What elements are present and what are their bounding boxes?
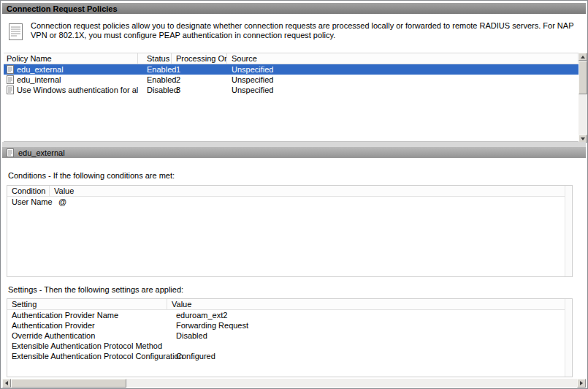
- policy-source: Unspecified: [227, 65, 579, 74]
- column-header-setting-value[interactable]: Value: [167, 299, 572, 309]
- vertical-scroll-thumb[interactable]: [579, 61, 587, 94]
- policy-source: Unspecified: [227, 75, 579, 84]
- info-section: Connection request policies allow you to…: [7, 20, 576, 42]
- scroll-right-button[interactable]: [577, 379, 586, 388]
- policy-row-edu-external[interactable]: edu_external Enabled 1 Unspecified: [4, 64, 579, 75]
- detail-header-bar: edu_external: [2, 147, 586, 158]
- connection-request-policies-pane: Connection Request Policies Connection r…: [0, 0, 588, 389]
- setting-name: Extensible Authentication Protocol Confi…: [7, 352, 172, 360]
- setting-row[interactable]: Extensible Authentication Protocol Confi…: [7, 351, 572, 361]
- setting-value: Disabled: [172, 331, 572, 340]
- column-header-policy-name[interactable]: Policy Name: [4, 53, 138, 64]
- vertical-scroll-track[interactable]: [579, 94, 587, 135]
- column-header-condition[interactable]: Condition: [7, 186, 50, 196]
- setting-row[interactable]: Authentication Provider Forwarding Reque…: [7, 320, 572, 331]
- policy-document-icon: [7, 75, 14, 84]
- policy-row-windows-auth[interactable]: Use Windows authentication for all users…: [4, 85, 579, 95]
- column-header-condition-value[interactable]: Value: [50, 186, 572, 196]
- scroll-up-button[interactable]: [579, 53, 587, 61]
- policy-processing-order: 3: [172, 86, 227, 94]
- setting-value: Configured: [172, 352, 572, 360]
- setting-name: Authentication Provider Name: [7, 311, 172, 320]
- conditions-header-row: Condition Value: [7, 186, 572, 197]
- right-arrow-icon: [580, 381, 583, 385]
- policy-name: edu_external: [17, 65, 138, 74]
- column-header-processing-order[interactable]: Processing Order: [172, 53, 227, 64]
- policy-document-icon: [7, 148, 14, 157]
- up-arrow-icon: [581, 56, 585, 58]
- document-icon: [8, 23, 24, 42]
- setting-name: Override Authentication: [7, 331, 172, 340]
- horizontal-scrollbar[interactable]: [2, 379, 586, 388]
- detail-policy-title: edu_external: [18, 148, 65, 157]
- policy-processing-order: 1: [172, 65, 227, 74]
- condition-name: User Name: [7, 197, 54, 206]
- setting-row[interactable]: Override Authentication Disabled: [7, 331, 572, 341]
- policy-document-icon: [7, 86, 14, 94]
- column-header-setting[interactable]: Setting: [7, 299, 167, 309]
- setting-row[interactable]: Extensible Authentication Protocol Metho…: [7, 341, 572, 351]
- policies-header-row: Policy Name Status Processing Order Sour…: [4, 53, 579, 64]
- policy-source: Unspecified: [227, 86, 579, 94]
- policies-vertical-scrollbar[interactable]: [579, 53, 587, 143]
- policy-processing-order: 2: [172, 75, 227, 84]
- policies-list: Policy Name Status Processing Order Sour…: [4, 53, 579, 142]
- condition-row[interactable]: User Name @: [7, 197, 572, 207]
- horizontal-scroll-thumb[interactable]: [11, 379, 126, 388]
- settings-scroll-gutter[interactable]: [565, 299, 572, 377]
- info-text: Connection request policies allow you to…: [31, 20, 576, 42]
- condition-value: @: [54, 197, 572, 206]
- column-header-source[interactable]: Source: [227, 53, 579, 64]
- setting-value: eduroam_ext2: [172, 311, 572, 320]
- policy-status: Enabled: [138, 65, 172, 74]
- setting-row[interactable]: Authentication Provider Name eduroam_ext…: [7, 310, 572, 320]
- setting-name: Extensible Authentication Protocol Metho…: [7, 341, 172, 350]
- splitter[interactable]: [2, 142, 586, 147]
- setting-name: Authentication Provider: [7, 321, 172, 330]
- settings-header-row: Setting Value: [7, 299, 572, 310]
- horizontal-scroll-track[interactable]: [126, 379, 577, 388]
- conditions-scroll-gutter[interactable]: [565, 186, 572, 276]
- policy-status: Disabled: [138, 86, 172, 94]
- page-title: Connection Request Policies: [7, 4, 118, 13]
- column-header-status[interactable]: Status: [138, 53, 172, 64]
- settings-heading: Settings - Then the following settings a…: [8, 285, 183, 294]
- scroll-left-button[interactable]: [2, 379, 11, 388]
- title-bar: Connection Request Policies: [2, 3, 586, 14]
- down-arrow-icon: [581, 137, 585, 140]
- setting-value: Forwarding Request: [172, 321, 572, 330]
- policy-row-edu-internal[interactable]: edu_internal Enabled 2 Unspecified: [4, 75, 579, 85]
- policy-name: edu_internal: [17, 75, 138, 84]
- policy-name: Use Windows authentication for all users: [17, 86, 138, 94]
- settings-list: Setting Value Authentication Provider Na…: [7, 298, 573, 377]
- policy-document-icon: [7, 65, 14, 74]
- left-arrow-icon: [5, 381, 8, 385]
- conditions-heading: Conditions - If the following conditions…: [8, 171, 175, 180]
- policy-status: Enabled: [138, 75, 172, 84]
- conditions-list: Condition Value User Name @: [7, 185, 573, 277]
